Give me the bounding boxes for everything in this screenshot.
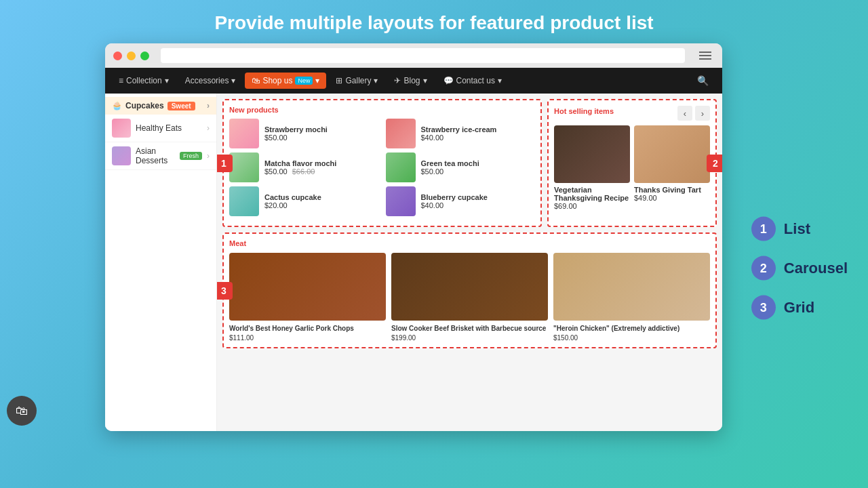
grid-items: World's Best Honey Garlic Pork Chops $11… bbox=[229, 253, 710, 342]
chevron-down-icon: ▾ bbox=[165, 76, 169, 85]
grid-panel-title: Meat bbox=[229, 239, 710, 247]
product-image bbox=[229, 186, 259, 216]
product-name: Blueberry cupcake bbox=[421, 193, 536, 201]
chat-icon: 💬 bbox=[443, 76, 454, 85]
sidebar-cupcakes[interactable]: 🧁 Cupcakes Sweet › bbox=[105, 97, 216, 115]
product-price: $20.00 bbox=[264, 201, 379, 209]
grid-product-image bbox=[229, 253, 386, 321]
right-legend: 1 List 2 Carousel 3 Grid bbox=[751, 217, 848, 320]
legend-item-carousel: 2 Carousel bbox=[751, 256, 848, 281]
nav-contact[interactable]: 💬 Contact us ▾ bbox=[437, 73, 509, 89]
nav-collection[interactable]: ≡ Collection ▾ bbox=[112, 73, 176, 89]
shopify-icon[interactable]: 🛍 bbox=[7, 396, 37, 426]
product-name: Thanks Giving Tart bbox=[634, 186, 710, 194]
product-price: $111.00 bbox=[229, 334, 386, 342]
carousel-product-image bbox=[634, 125, 710, 183]
maximize-dot[interactable] bbox=[140, 52, 149, 60]
product-name: Vegetarian Thanksgiving Recipe bbox=[554, 186, 630, 202]
product-price: $50.00 $66.00 bbox=[264, 167, 379, 176]
carousel-header: Hot selling items ‹ › bbox=[554, 106, 710, 121]
list-panel: 1 New products Strawberry mochi $50.00 bbox=[222, 99, 542, 227]
chevron-down-icon: ▾ bbox=[374, 76, 378, 85]
sidebar: 🧁 Cupcakes Sweet › Healthy Eats › Asian … bbox=[105, 94, 217, 431]
chevron-down-icon: ▾ bbox=[498, 76, 502, 85]
product-image bbox=[229, 152, 259, 182]
product-name: Matcha flavor mochi bbox=[264, 159, 379, 167]
carousel-next-button[interactable]: › bbox=[695, 106, 710, 121]
list-item: Matcha flavor mochi $50.00 $66.00 bbox=[229, 152, 379, 182]
carousel-product-item: Vegetarian Thanksgiving Recipe $69.00 bbox=[554, 125, 630, 210]
main-content: 1 New products Strawberry mochi $50.00 bbox=[217, 94, 722, 431]
carousel-prev-button[interactable]: ‹ bbox=[677, 106, 692, 121]
product-price: $40.00 bbox=[421, 201, 536, 209]
sidebar-item-healthy-eats[interactable]: Healthy Eats › bbox=[105, 115, 216, 142]
list-item: Strawberry ice-cream $40.00 bbox=[386, 119, 536, 148]
badge-1: 1 bbox=[217, 155, 233, 172]
cupcake-icon: 🧁 bbox=[112, 101, 122, 110]
chevron-right-icon: › bbox=[207, 101, 210, 110]
search-button[interactable]: 🔍 bbox=[690, 72, 715, 89]
product-name: World's Best Honey Garlic Pork Chops bbox=[229, 324, 386, 333]
grid-item: World's Best Honey Garlic Pork Chops $11… bbox=[229, 253, 386, 342]
product-image bbox=[386, 186, 416, 216]
product-image bbox=[386, 152, 416, 182]
carousel-product-item: Thanks Giving Tart $49.00 bbox=[634, 125, 710, 210]
product-price: $150.00 bbox=[553, 334, 710, 342]
grid-product-image bbox=[391, 253, 548, 321]
chevron-right-icon: › bbox=[207, 151, 210, 161]
image-icon: ⊞ bbox=[336, 76, 342, 85]
legend-number-2: 2 bbox=[751, 256, 776, 281]
nav-bar: ≡ Collection ▾ Accessories ▾ 🛍 Shop us N… bbox=[105, 68, 722, 94]
product-image bbox=[229, 119, 259, 148]
sidebar-item-asian-desserts[interactable]: Asian Desserts Fresh › bbox=[105, 142, 216, 170]
blog-icon: ✈ bbox=[394, 76, 401, 85]
carousel-panel-title: Hot selling items bbox=[554, 107, 614, 115]
browser-window: ≡ Collection ▾ Accessories ▾ 🛍 Shop us N… bbox=[105, 43, 722, 431]
product-name: Strawberry mochi bbox=[264, 125, 379, 134]
legend-label-list: List bbox=[784, 220, 810, 238]
product-price: $40.00 bbox=[421, 134, 536, 142]
product-name: Strawberry ice-cream bbox=[421, 125, 536, 134]
product-name: "Heroin Chicken" (Extremely addictive) bbox=[553, 324, 710, 333]
nav-blog[interactable]: ✈ Blog ▾ bbox=[387, 73, 433, 89]
grid-item: "Heroin Chicken" (Extremely addictive) $… bbox=[553, 253, 710, 342]
badge-2: 2 bbox=[707, 155, 722, 172]
product-price: $50.00 bbox=[264, 134, 379, 142]
legend-number-3: 3 bbox=[751, 296, 776, 320]
list-item: Strawberry mochi $50.00 bbox=[229, 119, 379, 148]
product-name: Green tea mochi bbox=[421, 159, 536, 167]
chevron-down-icon: ▾ bbox=[315, 76, 319, 85]
nav-gallery[interactable]: ⊞ Gallery ▾ bbox=[329, 73, 384, 89]
carousel-product-image bbox=[554, 125, 630, 183]
legend-label-carousel: Carousel bbox=[784, 260, 848, 277]
badge-3: 3 bbox=[217, 282, 233, 300]
collection-icon: ≡ bbox=[119, 76, 123, 85]
grid-product-image bbox=[553, 253, 710, 321]
product-image bbox=[386, 119, 416, 148]
menu-icon[interactable] bbox=[696, 49, 714, 62]
list-panel-title: New products bbox=[229, 106, 535, 114]
browser-body: 🧁 Cupcakes Sweet › Healthy Eats › Asian … bbox=[105, 94, 722, 431]
list-item: Blueberry cupcake $40.00 bbox=[386, 186, 536, 216]
url-bar[interactable] bbox=[161, 48, 685, 63]
nav-shop-us[interactable]: 🛍 Shop us New ▾ bbox=[245, 73, 326, 89]
list-item: Cactus cupcake $20.00 bbox=[229, 186, 379, 216]
legend-item-grid: 3 Grid bbox=[751, 296, 848, 320]
carousel-products: Vegetarian Thanksgiving Recipe $69.00 Th… bbox=[554, 125, 710, 210]
product-name: Cactus cupcake bbox=[264, 193, 379, 201]
product-price: $69.00 bbox=[554, 202, 630, 210]
top-panels-row: 1 New products Strawberry mochi $50.00 bbox=[222, 99, 717, 227]
grid-panel: 3 Meat World's Best Honey Garlic Pork Ch… bbox=[222, 232, 717, 348]
chevron-right-icon: › bbox=[207, 123, 210, 133]
product-price: $50.00 bbox=[421, 167, 536, 176]
page-title: Provide multiple layouts for featured pr… bbox=[214, 0, 653, 43]
carousel-navigation: ‹ › bbox=[677, 106, 710, 121]
nav-accessories[interactable]: Accessories ▾ bbox=[178, 73, 243, 89]
shop-icon: 🛍 bbox=[252, 76, 260, 85]
legend-label-grid: Grid bbox=[784, 299, 814, 317]
legend-item-list: 1 List bbox=[751, 217, 848, 241]
close-dot[interactable] bbox=[113, 52, 122, 60]
minimize-dot[interactable] bbox=[127, 52, 136, 60]
chevron-down-icon: ▾ bbox=[231, 76, 235, 85]
grid-item: Slow Cooker Beef Brisket with Barbecue s… bbox=[391, 253, 548, 342]
